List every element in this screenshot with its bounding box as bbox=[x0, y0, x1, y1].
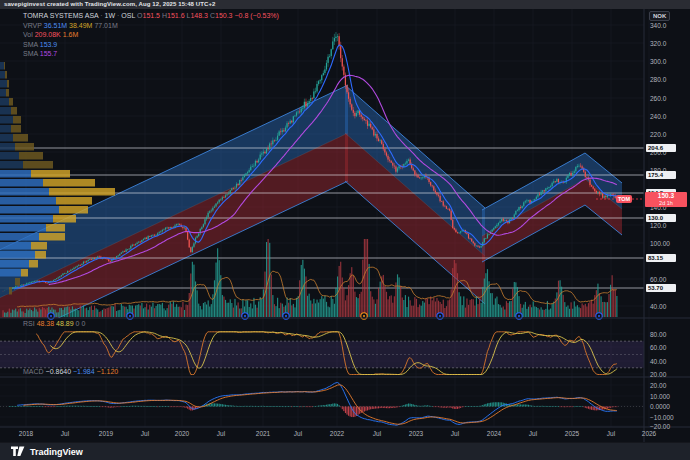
brand-name[interactable]: TradingView bbox=[30, 447, 83, 457]
price-line-ticker-tag: TOM bbox=[616, 195, 632, 203]
macd-pane bbox=[0, 383, 644, 426]
tradingview-logo-icon[interactable] bbox=[11, 446, 25, 457]
attribution-text: savepiginvest created with TradingView.c… bbox=[4, 1, 216, 7]
last-price-value: 150.3 bbox=[645, 192, 687, 200]
currency-badge[interactable]: NOK bbox=[649, 11, 670, 21]
tradingview-window: savepiginvest created with TradingView.c… bbox=[0, 0, 690, 460]
chart-canvas[interactable] bbox=[0, 0, 690, 460]
last-price-badge[interactable]: 150.3 2d 1h bbox=[645, 192, 687, 207]
rsi-pane bbox=[0, 332, 644, 375]
attribution-bar: savepiginvest created with TradingView.c… bbox=[0, 0, 690, 9]
footer-bar: TradingView bbox=[0, 442, 690, 460]
bar-countdown: 2d 1h bbox=[645, 200, 687, 207]
